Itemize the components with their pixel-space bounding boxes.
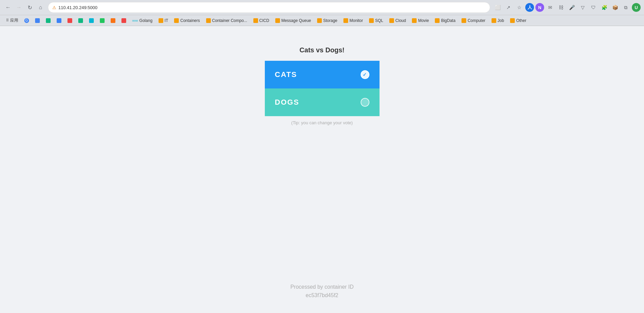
cats-checkmark-icon: ✓ xyxy=(361,70,369,79)
bookmark-label: Containers xyxy=(180,18,200,23)
share-button[interactable]: ↗ xyxy=(504,3,513,12)
bookmark-label: Message Queue xyxy=(281,18,311,23)
bookmark-bigdata[interactable]: BigData xyxy=(432,17,458,24)
down-button[interactable]: ▽ xyxy=(578,3,587,12)
vote-container: CATS ✓ DOGS xyxy=(265,61,380,116)
bookmark-label: BigData xyxy=(441,18,455,23)
security-warning-icon: ⚠ xyxy=(52,5,56,10)
url-text: 110.41.20.249:5000 xyxy=(58,5,486,10)
puzzle-button[interactable]: 🧩 xyxy=(599,3,609,12)
bookmark-label: Monitor xyxy=(349,18,363,23)
footer-line1: Processed by container ID xyxy=(290,283,354,291)
bookmark-cloud[interactable]: Cloud xyxy=(387,17,409,24)
bookmark-label: Storage xyxy=(323,18,337,23)
bookmark-label: 应用 xyxy=(10,18,18,23)
bookmark-label: Job xyxy=(498,18,504,23)
bookmark-job[interactable]: Job xyxy=(489,17,507,24)
page-title: Cats vs Dogs! xyxy=(300,46,344,54)
bookmark-storage[interactable]: Storage xyxy=(314,17,340,24)
bookmark-label: Other xyxy=(516,18,526,23)
reload-button[interactable]: ↻ xyxy=(25,3,34,12)
bookmark-movie[interactable]: Movie xyxy=(409,17,431,24)
bookmarks-bar: ⠿ 应用 G ∞∞ xyxy=(0,15,644,26)
vote-tip: (Tip: you can change your vote) xyxy=(291,120,353,125)
forward-button[interactable]: → xyxy=(14,3,24,12)
bookmark-label: Container Compo... xyxy=(212,18,247,23)
bookmark-7[interactable] xyxy=(86,17,96,24)
ext-button[interactable]: 📦 xyxy=(610,3,620,12)
profile-avatar-1[interactable]: 人 xyxy=(525,3,534,12)
page-content: Cats vs Dogs! CATS ✓ DOGS (Tip: you can … xyxy=(0,26,644,313)
dogs-label: DOGS xyxy=(275,98,300,107)
bookmark-golang[interactable]: ∞∞ Golang xyxy=(130,17,155,24)
bookmark-8[interactable] xyxy=(97,17,107,24)
browser-chrome: ← → ↻ ⌂ ⚠ 110.41.20.249:5000 ⬜ ↗ ☆ 人 N ✉… xyxy=(0,0,644,26)
bookmark-icon: ∞∞ xyxy=(132,18,138,23)
window-button[interactable]: ⧉ xyxy=(621,3,631,12)
bookmark-label: SQL xyxy=(375,18,383,23)
page-footer: Processed by container ID ec53f7bd45f2 xyxy=(290,283,354,300)
bookmark-apps[interactable]: ⠿ 应用 xyxy=(3,17,21,24)
bookmark-10[interactable] xyxy=(119,17,129,24)
bookmark-container-compo[interactable]: Container Compo... xyxy=(203,17,250,24)
profile-avatar-main[interactable]: U xyxy=(632,3,641,12)
bookmark-mq[interactable]: Message Queue xyxy=(273,17,314,24)
vpn-button[interactable]: 🛡 xyxy=(589,3,598,12)
bookmark-computer[interactable]: Computer xyxy=(459,17,488,24)
dogs-checkmark-icon xyxy=(361,98,369,107)
bookmark-4[interactable] xyxy=(54,17,64,24)
back-button[interactable]: ← xyxy=(3,3,13,12)
bookmark-label: CICD xyxy=(259,18,269,23)
bookmark-g[interactable]: G xyxy=(22,17,32,24)
address-bar[interactable]: ⚠ 110.41.20.249:5000 xyxy=(48,2,490,13)
cats-vote-button[interactable]: CATS ✓ xyxy=(265,61,380,88)
dogs-vote-button[interactable]: DOGS xyxy=(265,88,380,116)
bookmark-label: IT xyxy=(165,18,168,23)
bookmark-monitor[interactable]: Monitor xyxy=(341,17,366,24)
nav-buttons: ← → ↻ ⌂ xyxy=(3,3,45,12)
bookmark-label: Cloud xyxy=(395,18,406,23)
footer-line2: ec53f7bd45f2 xyxy=(290,291,354,300)
screenshot-button[interactable]: ⬜ xyxy=(493,3,502,12)
bookmark-9[interactable] xyxy=(108,17,118,24)
chain-button[interactable]: ⛓ xyxy=(556,3,566,12)
bookmark-label: Movie xyxy=(418,18,429,23)
bookmark-5[interactable] xyxy=(65,17,75,24)
cats-label: CATS xyxy=(275,70,297,79)
mic-button[interactable]: 🎤 xyxy=(567,3,577,12)
bookmark-star-button[interactable]: ☆ xyxy=(514,3,524,12)
bookmark-it[interactable]: IT xyxy=(156,17,171,24)
browser-action-buttons: ⬜ ↗ ☆ 人 N ✉ ⛓ 🎤 ▽ 🛡 🧩 📦 ⧉ U xyxy=(493,3,641,12)
browser-toolbar: ← → ↻ ⌂ ⚠ 110.41.20.249:5000 ⬜ ↗ ☆ 人 N ✉… xyxy=(0,0,644,15)
mail-button[interactable]: ✉ xyxy=(545,3,555,12)
home-button[interactable]: ⌂ xyxy=(36,3,45,12)
bookmark-6[interactable] xyxy=(76,17,86,24)
profile-avatar-2[interactable]: N xyxy=(535,3,544,12)
bookmark-other[interactable]: Other xyxy=(507,17,529,24)
bookmark-label: Computer xyxy=(468,18,485,23)
bookmark-3[interactable] xyxy=(43,17,53,24)
bookmark-cicd[interactable]: CICD xyxy=(251,17,272,24)
bookmark-containers[interactable]: Containers xyxy=(171,17,202,24)
bookmark-2[interactable] xyxy=(32,17,43,24)
bookmark-sql[interactable]: SQL xyxy=(366,17,386,24)
bookmark-label: Golang xyxy=(139,18,152,23)
